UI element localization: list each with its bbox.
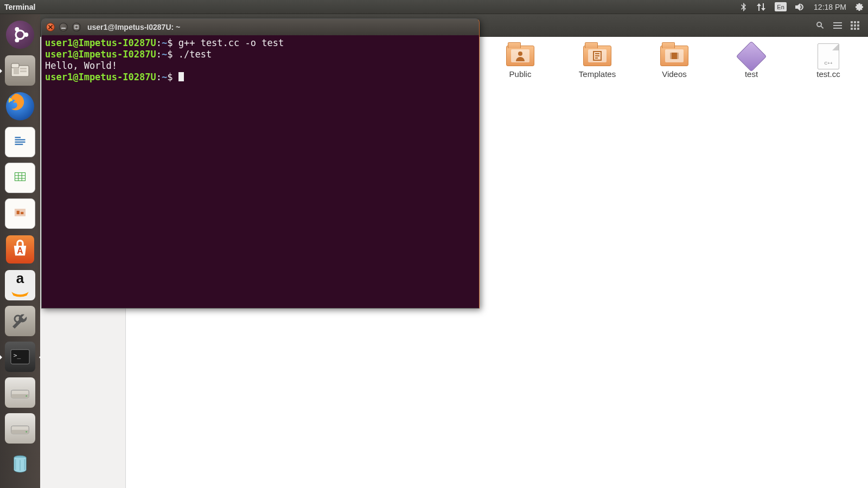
terminal-cursor: [178, 72, 184, 81]
file-label: Public: [509, 69, 532, 79]
svg-rect-14: [15, 209, 25, 216]
window-maximize-button[interactable]: [72, 23, 81, 31]
svg-text:>_: >_: [14, 351, 21, 359]
svg-point-0: [16, 30, 24, 39]
svg-rect-32: [677, 53, 679, 59]
svg-rect-31: [670, 53, 672, 59]
file-item-templates[interactable]: Templates: [573, 43, 622, 79]
launcher-amazon[interactable]: a: [5, 270, 35, 300]
file-label: test.cc: [816, 69, 840, 79]
launcher-disk2[interactable]: [5, 413, 35, 444]
network-updown-icon: [756, 3, 766, 11]
launcher-terminal[interactable]: >_: [5, 342, 35, 372]
file-item-test-cc[interactable]: C++test.cc: [804, 43, 853, 79]
svg-point-26: [25, 431, 27, 433]
grid-icon: [851, 21, 859, 30]
svg-rect-16: [21, 212, 23, 214]
person-icon: [511, 49, 529, 62]
files-search-button[interactable]: [813, 19, 828, 32]
list-icon: [833, 21, 842, 30]
svg-rect-12: [15, 144, 23, 145]
files-gridview-button[interactable]: [847, 19, 863, 32]
template-icon: [588, 49, 607, 62]
file-item-public[interactable]: Public: [496, 43, 545, 79]
terminal-output-line: Hello, World!: [45, 60, 476, 72]
terminal-prompt-line: user1@Impetus-I0287U:~$ g++ test.cc -o t…: [45, 37, 476, 49]
keyboard-indicator[interactable]: En: [770, 0, 791, 14]
launcher-calc[interactable]: [5, 163, 35, 193]
svg-rect-13: [15, 172, 25, 181]
sound-indicator[interactable]: [791, 0, 809, 14]
svg-rect-6: [14, 68, 19, 74]
window-minimize-button[interactable]: [59, 23, 68, 31]
maximize-icon: [74, 25, 79, 29]
svg-rect-33: [61, 28, 66, 29]
bluetooth-icon: [740, 3, 748, 11]
files-icon-grid: PublicTemplatesVideostestC++test.cc: [496, 37, 868, 79]
top-panel: Terminal En 12:18 PM: [0, 0, 868, 14]
file-item-test[interactable]: test: [727, 43, 776, 79]
svg-rect-34: [75, 25, 78, 29]
active-app-title: Terminal: [0, 3, 35, 11]
video-icon: [665, 49, 684, 62]
terminal-body[interactable]: user1@Impetus-I0287U:~$ g++ test.cc -o t…: [42, 35, 479, 308]
close-icon: [48, 25, 53, 29]
svg-rect-10: [15, 139, 25, 140]
minimize-icon: [61, 25, 66, 29]
terminal-titlebar[interactable]: user1@Impetus-I0287U: ~: [42, 19, 479, 35]
window-close-button[interactable]: [46, 23, 55, 31]
file-item-videos[interactable]: Videos: [650, 43, 699, 79]
launcher-writer[interactable]: [5, 127, 35, 157]
launcher-settings[interactable]: [5, 306, 35, 336]
volume-icon: [795, 3, 805, 11]
terminal-prompt-line: user1@Impetus-I0287U:~$ ./test: [45, 49, 476, 60]
svg-text:A: A: [17, 246, 23, 255]
svg-rect-8: [20, 70, 27, 72]
launcher-firefox[interactable]: [5, 91, 35, 121]
terminal-title-text: user1@Impetus-I0287U: ~: [87, 23, 180, 31]
bluetooth-indicator[interactable]: [736, 0, 752, 14]
svg-point-1: [24, 33, 28, 37]
search-icon: [816, 21, 825, 30]
terminal-window[interactable]: user1@Impetus-I0287U: ~ user1@Impetus-I0…: [41, 18, 480, 309]
launcher-software[interactable]: A: [5, 234, 35, 265]
files-listview-button[interactable]: [830, 19, 845, 32]
svg-point-3: [15, 38, 19, 42]
svg-point-23: [25, 395, 27, 397]
svg-rect-7: [20, 68, 27, 69]
file-label: Templates: [579, 69, 616, 79]
gear-icon: [855, 3, 864, 11]
svg-rect-11: [15, 142, 25, 143]
svg-point-28: [518, 52, 522, 56]
network-indicator[interactable]: [752, 0, 770, 14]
terminal-prompt-line: user1@Impetus-I0287U:~$: [45, 72, 476, 83]
launcher-files[interactable]: [5, 55, 35, 86]
clock-indicator[interactable]: 12:18 PM: [809, 0, 851, 14]
unity-launcher: Aa>_: [0, 14, 40, 488]
launcher-disk1[interactable]: [5, 377, 35, 408]
svg-point-2: [15, 27, 19, 31]
launcher-trash[interactable]: [5, 449, 35, 479]
file-label: Videos: [662, 69, 687, 79]
svg-rect-15: [17, 211, 20, 214]
language-badge: En: [775, 2, 787, 11]
svg-rect-5: [11, 63, 19, 68]
session-indicator[interactable]: [851, 0, 868, 14]
launcher-dash[interactable]: [5, 20, 35, 50]
launcher-impress[interactable]: [5, 198, 35, 229]
svg-rect-9: [15, 137, 21, 138]
